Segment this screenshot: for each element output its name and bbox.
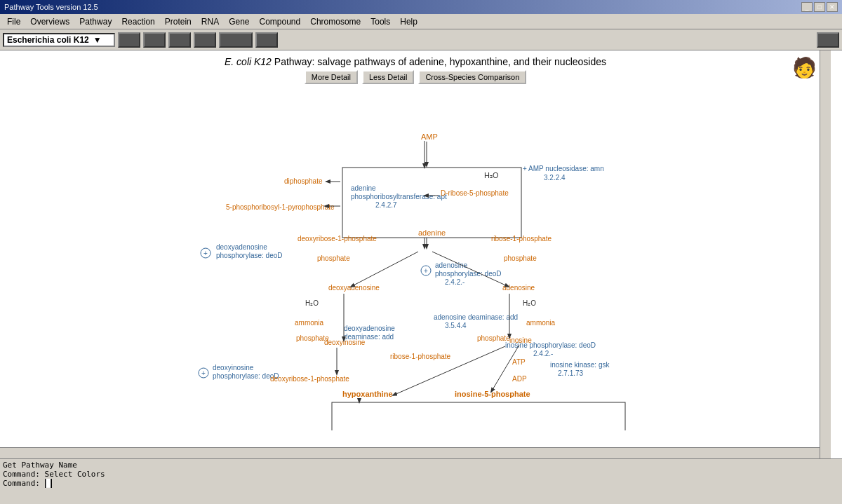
amp-label: AMP [421,132,438,141]
svg-text:adenine: adenine [351,184,376,192]
menu-reaction[interactable]: Reaction [117,15,159,28]
cross-species-button[interactable]: Cross-Species Comparison [418,70,526,84]
svg-text:diphosphate: diphosphate [284,177,323,185]
svg-text:ADP: ADP [512,375,527,383]
svg-text:2.4.2.-: 2.4.2.- [533,350,553,357]
pathway-title: E. coli K12 Pathway: salvage pathways of… [0,50,831,70]
svg-text:deoxyribose-1-phosphate: deoxyribose-1-phosphate [270,375,349,383]
svg-text:deoxyadenosine: deoxyadenosine [344,325,395,332]
svg-text:ammonia: ammonia [295,319,324,327]
svg-text:inosine-5-phosphate: inosine-5-phosphate [455,390,530,398]
svg-text:adenosine: adenosine [502,284,535,292]
svg-text:+ AMP nucleosidase: amn: + AMP nucleosidase: amn [523,165,604,172]
svg-text:2.4.2.-: 2.4.2.- [445,278,465,286]
maximize-button[interactable]: □ [814,2,825,12]
minimize-button[interactable]: _ [801,2,813,12]
svg-text:phosphoribosyltransferase: apt: phosphoribosyltransferase: apt [351,193,447,200]
menu-help[interactable]: Help [396,15,422,28]
svg-text:3.2.2.4: 3.2.2.4 [544,174,566,182]
svg-text:phosphate: phosphate [296,334,329,342]
status-line2: Command: Select Colors [3,470,839,479]
svg-text:adenine: adenine [418,229,446,237]
statusbar: Get Pathway Name Command: Select Colors … [0,458,842,504]
organism-name: Escherichia coli K12 [7,35,89,45]
menu-protein[interactable]: Protein [161,15,196,28]
menu-overviews[interactable]: Overviews [26,15,74,28]
svg-text:phosphorylase: deoD: phosphorylase: deoD [435,270,502,278]
toolbar-btn-2[interactable] [143,32,166,48]
svg-text:+: + [201,369,206,377]
pathway-diagram: AMP H₂O + AMP nucleosidase: amn 3.2.2.4 … [0,87,831,430]
svg-text:H₂O: H₂O [484,171,499,179]
svg-text:+: + [424,267,428,275]
titlebar: Pathway Tools version 12.5 _ □ ✕ [0,0,842,14]
action-buttons: More Detail Less Detail Cross-Species Co… [0,70,831,84]
menu-tools[interactable]: Tools [366,15,394,28]
svg-text:+: + [203,250,208,257]
menu-pathway[interactable]: Pathway [75,15,116,28]
organism-selector[interactable]: Escherichia coli K12 ▼ [3,33,115,47]
toolbar-btn-3[interactable] [168,32,191,48]
toolbar: Escherichia coli K12 ▼ [0,29,842,50]
menu-compound[interactable]: Compound [255,15,305,28]
menu-file[interactable]: File [3,15,25,28]
svg-text:phosphorylase: deoD: phosphorylase: deoD [213,372,279,380]
svg-line-84 [351,252,418,287]
svg-text:ribose-1-phosphate: ribose-1-phosphate [390,353,451,360]
svg-text:ammonia: ammonia [526,319,556,327]
window-title: Pathway Tools version 12.5 [4,3,98,11]
svg-text:H₂O: H₂O [305,299,319,307]
svg-rect-57 [332,402,625,430]
svg-text:adenosine deaminase: add: adenosine deaminase: add [434,313,518,321]
svg-text:phosphorylase: deoD: phosphorylase: deoD [216,252,283,259]
toolbar-btn-1[interactable] [118,32,140,48]
svg-text:H₂O: H₂O [523,299,536,307]
svg-text:deoxyinosine: deoxyinosine [213,364,254,372]
svg-text:2.4.2.7: 2.4.2.7 [375,201,397,209]
svg-text:ribose-1-phosphate: ribose-1-phosphate [491,235,552,243]
less-detail-button[interactable]: Less Detail [362,70,414,84]
menu-gene[interactable]: Gene [225,15,253,28]
menu-chromosome[interactable]: Chromosome [306,15,365,28]
svg-text:5-phosphoribosyl-1-pyrophospha: 5-phosphoribosyl-1-pyrophosphate [226,203,335,211]
menu-rna[interactable]: RNA [197,15,223,28]
svg-text:hypoxanthine: hypoxanthine [342,390,393,398]
svg-text:3.5.4.4: 3.5.4.4 [445,322,467,329]
svg-text:2.7.1.73: 2.7.1.73 [558,369,584,377]
svg-line-90 [491,345,519,392]
svg-text:inosine kinase: gsk: inosine kinase: gsk [550,361,610,369]
svg-text:deoxyribose-1-phosphate: deoxyribose-1-phosphate [298,235,377,243]
status-line1: Get Pathway Name [3,461,839,470]
cursor-indicator: █ [45,479,53,488]
main-content: 🧑 E. coli K12 Pathway: salvage pathways … [0,50,842,458]
svg-text:D-ribose-5-phosphate: D-ribose-5-phosphate [441,189,509,197]
vertical-scrollbar[interactable] [820,50,831,458]
svg-line-85 [432,252,509,287]
dropdown-arrow-icon: ▼ [93,35,102,45]
help-person-icon[interactable]: 🧑 [792,56,817,79]
window-controls[interactable]: _ □ ✕ [801,2,838,12]
status-line3: Command: █ [3,479,839,488]
toolbar-btn-5[interactable] [219,32,253,48]
toolbar-btn-6[interactable] [255,32,278,48]
svg-text:deoxyinosine: deoxyinosine [324,339,366,346]
svg-text:phosphate: phosphate [317,254,350,262]
svg-text:ATP: ATP [512,358,526,366]
svg-text:deoxyadenosine: deoxyadenosine [216,243,267,251]
svg-text:phosphate: phosphate [504,254,537,262]
more-detail-button[interactable]: More Detail [305,70,358,84]
toolbar-btn-right[interactable] [817,32,839,48]
horizontal-scrollbar[interactable] [0,447,820,458]
close-button[interactable]: ✕ [827,2,838,12]
menubar: File Overviews Pathway Reaction Protein … [0,14,842,29]
toolbar-btn-4[interactable] [194,32,216,48]
